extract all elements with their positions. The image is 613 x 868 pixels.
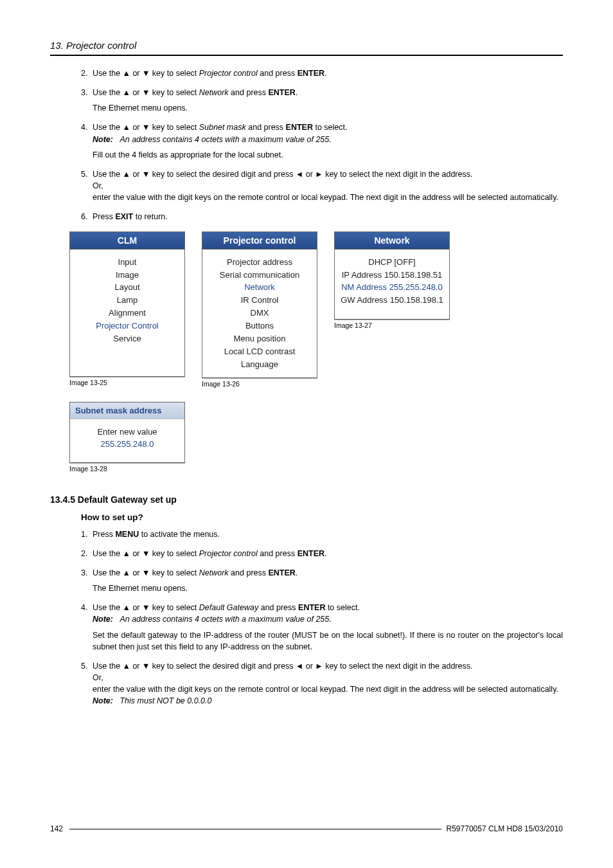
step-2: 2. Use the ▲ or ▼ key to select Projecto… (81, 68, 563, 79)
footer-doc-id: R59770057 CLM HD8 15/03/2010 (447, 824, 563, 833)
step-number: 5. (81, 168, 87, 180)
page-number: 142 (50, 824, 63, 833)
subnet-mask-box: Subnet mask address Enter new value 255.… (69, 402, 185, 463)
step-4: 4. Use the ▲ or ▼ key to select Subnet m… (81, 122, 563, 160)
figure-13-27: Network DHCP [OFF] IP Address 150.158.19… (334, 231, 450, 329)
footer: 142 R59770057 CLM HD8 15/03/2010 (50, 824, 563, 833)
step-number: 2. (81, 548, 87, 559)
menu-item: Menu position (202, 332, 317, 345)
menu-body: Input Image Layout Lamp Alignment Projec… (70, 249, 184, 376)
menu-item: DMX (202, 307, 317, 320)
main-content: 2. Use the ▲ or ▼ key to select Projecto… (81, 68, 563, 707)
menu-item: IP Address 150.158.198.51 (335, 269, 449, 282)
step-text: Press EXIT to return. (93, 212, 168, 221)
steps-list-a: 2. Use the ▲ or ▼ key to select Projecto… (81, 68, 563, 222)
header-rule (50, 55, 563, 56)
step-text: Use the ▲ or ▼ key to select Subnet mask… (93, 123, 347, 132)
menu-network: Network DHCP [OFF] IP Address 150.158.19… (334, 231, 450, 319)
menu-item: Service (70, 332, 184, 345)
step-note: Note: This must NOT be 0.0.0.0 (93, 696, 211, 705)
sub-heading: How to set up? (81, 512, 563, 522)
step-6: 6. Press EXIT to return. (81, 211, 563, 222)
subnet-value: 255.255.248.0 (70, 438, 184, 451)
subnet-title: Subnet mask address (70, 402, 184, 419)
step-subtext: Fill out the 4 fields as appropriate for… (93, 149, 563, 161)
figure-caption: Image 13-25 (69, 379, 185, 386)
step-note: Note: An address contains 4 octets with … (93, 615, 332, 624)
menu-item: Lamp (70, 294, 184, 307)
menu-item: Layout (70, 282, 184, 294)
step-text: Use the ▲ or ▼ key to select the desired… (93, 170, 472, 179)
figure-13-25: CLM Input Image Layout Lamp Alignment Pr… (69, 231, 185, 386)
step-text: Use the ▲ or ▼ key to select the desired… (93, 662, 472, 671)
menu-item: Buttons (202, 320, 317, 332)
menu-item: Projector address (202, 256, 317, 269)
running-head: 13. Projector control (50, 40, 563, 51)
step-number: 3. (81, 87, 87, 98)
step-subtext: The Ethernet menu opens. (93, 102, 563, 114)
menu-body: Projector address Serial communication N… (202, 249, 317, 377)
menu-title: Network (335, 232, 449, 249)
menu-item: Input (70, 256, 184, 269)
step-text2: enter the value with the digit keys on t… (93, 685, 558, 694)
subnet-body: Enter new value 255.255.248.0 (70, 419, 184, 462)
menu-item-selected: NM Address 255.255.248.0 (335, 282, 449, 294)
step-text: Use the ▲ or ▼ key to select Default Gat… (93, 603, 360, 612)
step-or: Or, (93, 181, 103, 190)
step-number: 1. (81, 529, 87, 540)
step-or: Or, (93, 673, 103, 682)
step-text: Press MENU to activate the menus. (93, 530, 220, 539)
menu-clm: CLM Input Image Layout Lamp Alignment Pr… (69, 231, 185, 377)
menu-item: Serial communication (202, 269, 317, 282)
menu-item: Local LCD contrast (202, 345, 317, 358)
figure-caption: Image 13-27 (334, 321, 450, 329)
menu-body: DHCP [OFF] IP Address 150.158.198.51 NM … (335, 249, 449, 318)
step-b1: 1. Press MENU to activate the menus. (81, 529, 563, 540)
subnet-line1: Enter new value (70, 426, 184, 439)
step-number: 6. (81, 211, 87, 222)
menu-item-selected: Projector Control (70, 320, 184, 332)
figures-row: CLM Input Image Layout Lamp Alignment Pr… (69, 231, 563, 388)
figure-13-28: Subnet mask address Enter new value 255.… (69, 402, 563, 473)
step-b3: 3. Use the ▲ or ▼ key to select Network … (81, 567, 563, 594)
footer-rule (69, 829, 441, 829)
step-text: Use the ▲ or ▼ key to select Network and… (93, 568, 298, 577)
figure-caption: Image 13-26 (202, 380, 317, 388)
step-text: Use the ▲ or ▼ key to select Network and… (93, 88, 298, 97)
step-text: Use the ▲ or ▼ key to select Projector c… (93, 549, 327, 558)
step-number: 2. (81, 68, 87, 79)
step-b4: 4. Use the ▲ or ▼ key to select Default … (81, 602, 563, 653)
step-text2: enter the value with the digit keys on t… (93, 193, 558, 202)
step-5: 5. Use the ▲ or ▼ key to select the desi… (81, 168, 563, 203)
step-number: 3. (81, 567, 87, 579)
step-note: Note: An address contains 4 octets with … (93, 135, 332, 144)
page: 13. Projector control 2. Use the ▲ or ▼ … (0, 0, 613, 868)
step-number: 4. (81, 602, 87, 613)
step-b2: 2. Use the ▲ or ▼ key to select Projecto… (81, 548, 563, 559)
step-b5: 5. Use the ▲ or ▼ key to select the desi… (81, 660, 563, 707)
step-text: Use the ▲ or ▼ key to select Projector c… (93, 69, 327, 78)
figure-caption: Image 13-28 (69, 465, 563, 473)
section-heading: 13.4.5 Default Gateway set up (50, 494, 563, 505)
menu-item: GW Address 150.158.198.1 (335, 294, 449, 307)
step-subtext: The Ethernet menu opens. (93, 583, 563, 594)
menu-item: DHCP [OFF] (335, 256, 449, 269)
figure-13-26: Projector control Projector address Seri… (202, 231, 317, 388)
menu-item: Language (202, 358, 317, 371)
menu-projector-control: Projector control Projector address Seri… (202, 231, 317, 378)
step-number: 5. (81, 660, 87, 672)
menu-item-selected: Network (202, 282, 317, 294)
menu-title: Projector control (202, 232, 317, 249)
menu-item: Image (70, 269, 184, 282)
menu-title: CLM (70, 232, 184, 249)
steps-list-b: 1. Press MENU to activate the menus. 2. … (81, 529, 563, 707)
menu-item: IR Control (202, 294, 317, 307)
step-3: 3. Use the ▲ or ▼ key to select Network … (81, 87, 563, 114)
step-number: 4. (81, 122, 87, 133)
step-subtext: Set the default gateway to the IP-addres… (93, 629, 563, 653)
menu-item: Alignment (70, 307, 184, 320)
